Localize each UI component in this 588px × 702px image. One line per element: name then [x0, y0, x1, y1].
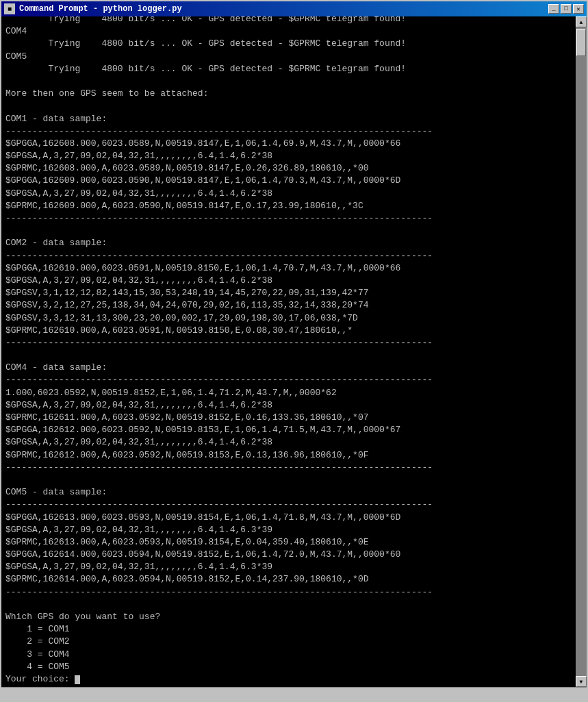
terminal-line: ----------------------------------------… — [5, 499, 433, 510]
terminal-line: $GPRMC,162614.000,A,6023.0594,N,00519.81… — [5, 574, 369, 584]
terminal-line: $GPGSA,A,3,27,09,02,04,32,31,,,,,,,,6.4,… — [5, 188, 272, 199]
terminal-line: $GPRMC,162612.000,A,6023.0592,N,00519.81… — [5, 450, 369, 460]
terminal-output[interactable]: Trying 4800 bit/s ... OK - GPS detected … — [1, 16, 576, 687]
terminal-line: ----------------------------------------… — [5, 462, 433, 473]
terminal-line: $GPGSA,A,3,27,09,02,04,32,31,,,,,,,,6.4,… — [5, 525, 272, 535]
maximize-button[interactable]: □ — [561, 4, 572, 14]
scroll-track — [576, 27, 587, 676]
title-bar: ■ Command Prompt - python logger.py _ □ … — [1, 1, 587, 16]
terminal-line: $GPRMC,162613.000,A,6023.0593,N,00519.81… — [5, 537, 369, 547]
terminal-line: 3 = COM4 — [5, 649, 70, 660]
terminal-line: $GPGSA,A,3,27,09,02,04,32,31,,,,,,,,6.4,… — [5, 151, 272, 161]
terminal-line: $GPGGA,162613.000,6023.0593,N,00519.8154… — [5, 512, 400, 523]
terminal-line: ----------------------------------------… — [5, 251, 433, 261]
terminal-line: COM4 — [5, 26, 27, 36]
title-bar-buttons: _ □ ✕ — [548, 4, 584, 14]
title-bar-left: ■ Command Prompt - python logger.py — [4, 3, 182, 14]
terminal-line: $GPGGA,162610.000,6023.0591,N,00519.8150… — [5, 263, 400, 273]
main-window: ■ Command Prompt - python logger.py _ □ … — [0, 0, 588, 702]
scroll-thumb[interactable] — [576, 29, 586, 56]
scroll-up-button[interactable]: ▲ — [576, 16, 587, 27]
terminal-line: Which GPS do you want to use? — [5, 612, 160, 622]
scrollbar: ▲ ▼ — [576, 16, 587, 687]
terminal-line: $GPGGA,162609.000,6023.0590,N,00519.8147… — [5, 175, 400, 186]
terminal-line: $GPGGA,162614.000,6023.0594,N,00519.8152… — [5, 549, 400, 560]
terminal-line: $GPRMC,162610.000,A,6023.0591,N,00519.81… — [5, 325, 353, 336]
terminal-line: $GPGSA,A,3,27,09,02,04,32,31,,,,,,,,6.4,… — [5, 275, 272, 286]
status-bar — [1, 687, 587, 701]
terminal-line: Trying 4800 bit/s ... OK - GPS detected … — [5, 64, 406, 74]
terminal-line: ----------------------------------------… — [5, 213, 433, 223]
terminal-line: COM2 - data sample: — [5, 238, 107, 248]
terminal-line: COM5 — [5, 51, 27, 62]
terminal-line: ----------------------------------------… — [5, 338, 433, 348]
window-icon: ■ — [4, 3, 15, 14]
terminal-line: $GPRMC,162608.000,A,6023.0589,N,00519.81… — [5, 163, 369, 173]
terminal-line: Your choice: — [5, 674, 75, 684]
terminal-line: ----------------------------------------… — [5, 126, 433, 136]
terminal-line: $GPGSA,A,3,27,09,02,04,32,31,,,,,,,,6.4,… — [5, 437, 272, 447]
terminal-line: $GPRMC,162611.000,A,6023.0592,N,00519.81… — [5, 412, 369, 423]
terminal-line: 2 = COM2 — [5, 636, 70, 647]
terminal-line: $GPGSV,3,2,12,27,25,138,34,04,24,070,29,… — [5, 300, 369, 310]
terminal-line: $GPGGA,162612.000,6023.0592,N,00519.8153… — [5, 425, 400, 435]
terminal-line: 1.000,6023.0592,N,00519.8152,E,1,06,1.4,… — [5, 388, 337, 398]
close-button[interactable]: ✕ — [573, 4, 584, 14]
scroll-down-button[interactable]: ▼ — [576, 676, 587, 687]
terminal-line: $GPGGA,162608.000,6023.0589,N,00519.8147… — [5, 138, 400, 149]
terminal-line: $GPGSA,A,3,27,09,02,04,32,31,,,,,,,,6.4,… — [5, 400, 272, 410]
terminal-line: COM4 - data sample: — [5, 362, 107, 373]
terminal-line: ----------------------------------------… — [5, 375, 433, 385]
cursor — [75, 675, 80, 684]
terminal-line: COM5 - data sample: — [5, 487, 107, 497]
terminal-line: Trying 4800 bit/s ... OK - GPS detected … — [5, 38, 406, 49]
window-title: Command Prompt - python logger.py — [19, 4, 182, 14]
terminal-line: Trying 4800 bit/s ... OK - GPS detected … — [5, 16, 406, 24]
terminal-line: 1 = COM1 — [5, 624, 70, 634]
terminal-line: $GPRMC,162609.000,A,6023.0590,N,00519.81… — [5, 201, 363, 211]
terminal-line: COM1 - data sample: — [5, 114, 107, 124]
terminal-line: 4 = COM5 — [5, 662, 70, 672]
content-area: Trying 4800 bit/s ... OK - GPS detected … — [1, 16, 587, 687]
terminal-line: $GPGSV,3,1,12,12,82,143,15,30,53,248,19,… — [5, 288, 369, 298]
minimize-button[interactable]: _ — [548, 4, 559, 14]
terminal-line: $GPGSA,A,3,27,09,02,04,32,31,,,,,,,,6.4,… — [5, 562, 272, 572]
terminal-line: $GPGSV,3,3,12,31,13,300,23,20,09,002,17,… — [5, 313, 358, 323]
terminal-line: More then one GPS seem to be attached: — [5, 88, 208, 99]
terminal-line: ----------------------------------------… — [5, 587, 433, 597]
